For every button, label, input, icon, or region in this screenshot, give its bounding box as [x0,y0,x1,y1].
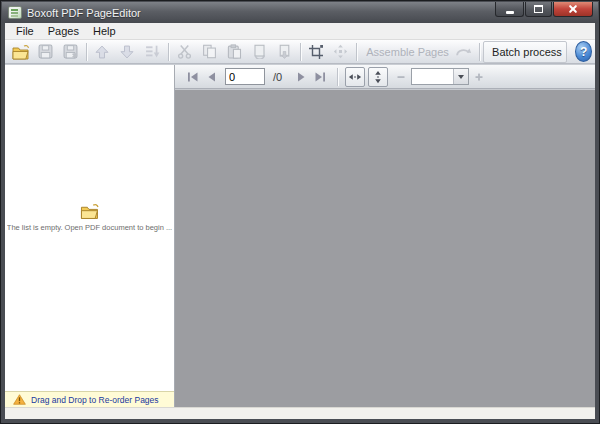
move-up-button[interactable] [90,41,115,63]
status-bar [5,407,595,419]
zoom-in-button[interactable] [472,70,486,84]
window-title: Boxoft PDF PageEditor [27,7,141,19]
open-folder-empty-icon [80,203,100,219]
toolbar-separator [86,43,87,61]
help-button[interactable]: ? [575,41,592,62]
title-bar: Boxoft PDF PageEditor [2,2,598,23]
open-pdf-button[interactable] [8,41,33,63]
paste-button[interactable] [222,41,247,63]
empty-list-message: The list is empty. Open PDF document to … [7,223,172,232]
toolbar-separator [337,68,338,86]
previous-page-icon [206,71,217,83]
scissors-icon [177,44,192,59]
menu-bar: File Pages Help [5,23,595,40]
last-page-icon [314,71,327,83]
minimize-button[interactable] [495,2,524,17]
menu-file[interactable]: File [9,24,41,38]
first-page-icon [186,71,199,83]
fit-width-button[interactable] [345,67,365,87]
help-icon: ? [580,45,587,59]
window-content: File Pages Help [5,23,595,419]
copy-button[interactable] [197,41,222,63]
sort-icon [145,44,160,59]
next-page-icon [296,71,307,83]
warning-icon [13,394,26,405]
maximize-icon [534,5,543,13]
save-icon [38,44,53,59]
save-button[interactable] [33,41,58,63]
zoom-level-combobox[interactable] [411,68,469,85]
move-down-button[interactable] [115,41,140,63]
close-icon [568,4,578,14]
menu-help[interactable]: Help [86,24,123,38]
arrow-up-icon [95,45,109,59]
cut-button[interactable] [172,41,197,63]
window-controls [494,2,593,17]
undo-button[interactable] [451,41,476,63]
page-preview-canvas [175,89,595,407]
expand-page-button[interactable] [328,41,353,63]
zoom-out-icon [396,72,406,82]
toolbar-separator [356,43,357,61]
toolbar-separator [168,43,169,61]
toolbar-separator [479,43,480,61]
minimize-icon [506,11,514,14]
last-page-button[interactable] [311,67,330,86]
arrow-down-icon [120,45,134,59]
fit-height-button[interactable] [368,67,388,87]
rotate-page-button[interactable] [247,41,272,63]
zoom-out-button[interactable] [394,70,408,84]
main-toolbar: Assemble Pages Batch process ? [5,40,595,64]
save-as-icon [63,44,78,59]
paste-icon [227,44,242,59]
sort-pages-button[interactable] [140,41,165,63]
current-page-input[interactable] [225,68,265,85]
extract-page-button[interactable] [272,41,297,63]
page-list-panel: The list is empty. Open PDF document to … [5,65,175,407]
main-body: The list is empty. Open PDF document to … [5,64,595,407]
expand-icon [333,44,348,59]
navigation-toolbar: /0 [175,65,595,89]
fit-width-icon [348,70,362,84]
open-folder-icon [12,44,30,60]
crop-page-button[interactable] [303,41,328,63]
assemble-pages-label: Assemble Pages [366,46,449,58]
undo-icon [455,45,472,58]
empty-state: The list is empty. Open PDF document to … [5,203,174,232]
assemble-pages-button[interactable]: Assemble Pages [360,41,451,63]
crop-icon [308,44,324,60]
app-window: Boxoft PDF PageEditor File Pages Help [0,0,600,424]
previous-page-button[interactable] [202,67,221,86]
next-page-button[interactable] [292,67,311,86]
batch-process-button[interactable]: Batch process [483,41,567,63]
combo-dropdown-button[interactable] [453,69,468,84]
batch-process-label: Batch process [492,46,562,58]
rotate-page-icon [252,44,267,59]
preview-area: /0 [175,65,595,407]
page-list-drop-area[interactable]: The list is empty. Open PDF document to … [5,65,174,391]
toolbar-separator [300,43,301,61]
app-icon [8,6,22,19]
zoom-in-icon [474,72,484,82]
close-button[interactable] [553,2,593,17]
chevron-down-icon [458,75,464,79]
reorder-hint-label: Drag and Drop to Re-order Pages [31,395,159,405]
maximize-button[interactable] [525,2,552,17]
menu-pages[interactable]: Pages [41,24,86,38]
extract-page-icon [277,44,292,59]
reorder-hint-bar: Drag and Drop to Re-order Pages [5,391,174,407]
first-page-button[interactable] [183,67,202,86]
zoom-level-value [412,69,453,84]
copy-icon [202,44,217,59]
save-as-button[interactable] [58,41,83,63]
fit-height-icon [371,70,385,84]
total-pages-label: /0 [273,71,282,83]
